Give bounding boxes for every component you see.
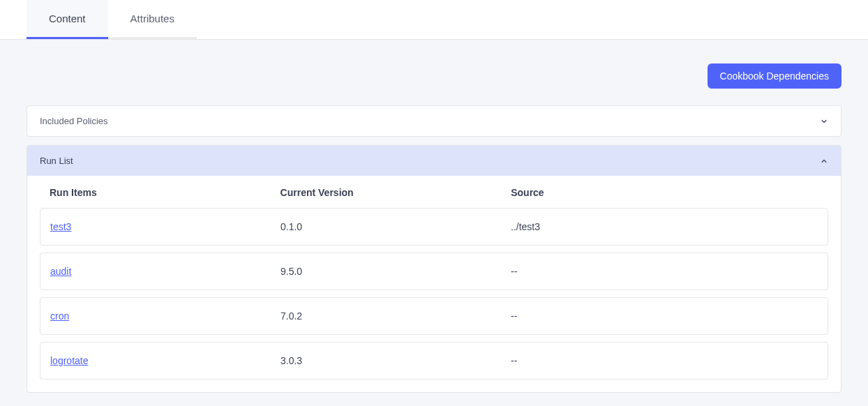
run-list-panel: Run List Run Items Current Version Sourc… <box>27 145 841 393</box>
run-item-version: 3.0.3 <box>280 355 511 366</box>
run-item-version: 7.0.2 <box>280 310 511 322</box>
run-item-link[interactable]: cron <box>50 310 69 322</box>
run-item-link[interactable]: test3 <box>50 221 71 232</box>
table-row: cron 7.0.2 -- <box>40 297 828 335</box>
run-list-table-header: Run Items Current Version Source <box>27 176 841 208</box>
tab-content[interactable]: Content <box>27 0 108 39</box>
chevron-up-icon <box>820 157 828 165</box>
run-list-title: Run List <box>40 156 73 166</box>
run-item-source: ../test3 <box>511 221 818 232</box>
chevron-down-icon <box>820 117 828 126</box>
run-item-source: -- <box>511 355 818 366</box>
run-list-header[interactable]: Run List <box>27 146 841 176</box>
run-item-source: -- <box>511 310 818 322</box>
cookbook-dependencies-button[interactable]: Cookbook Dependencies <box>708 63 841 89</box>
content-area: Cookbook Dependencies Included Policies … <box>0 40 868 406</box>
included-policies-panel: Included Policies <box>27 105 841 137</box>
col-header-name: Run Items <box>50 187 280 198</box>
col-header-version: Current Version <box>280 187 511 198</box>
run-item-source: -- <box>511 266 818 277</box>
run-item-link[interactable]: logrotate <box>50 355 88 366</box>
run-item-link[interactable]: audit <box>50 266 71 277</box>
tab-attributes[interactable]: Attributes <box>108 0 197 39</box>
col-header-source: Source <box>511 187 818 198</box>
run-item-version: 0.1.0 <box>280 221 511 232</box>
included-policies-title: Included Policies <box>40 116 108 126</box>
run-list-rows: test3 0.1.0 ../test3 audit 9.5.0 -- cron <box>27 208 841 379</box>
included-policies-header[interactable]: Included Policies <box>27 106 841 136</box>
run-list-body: Run Items Current Version Source test3 0… <box>27 176 841 392</box>
table-row: logrotate 3.0.3 -- <box>40 342 828 379</box>
table-row: test3 0.1.0 ../test3 <box>40 208 828 246</box>
table-row: audit 9.5.0 -- <box>40 253 828 290</box>
run-item-version: 9.5.0 <box>280 266 511 277</box>
tabs-bar: Content Attributes <box>0 0 868 40</box>
top-actions: Cookbook Dependencies <box>27 63 841 89</box>
